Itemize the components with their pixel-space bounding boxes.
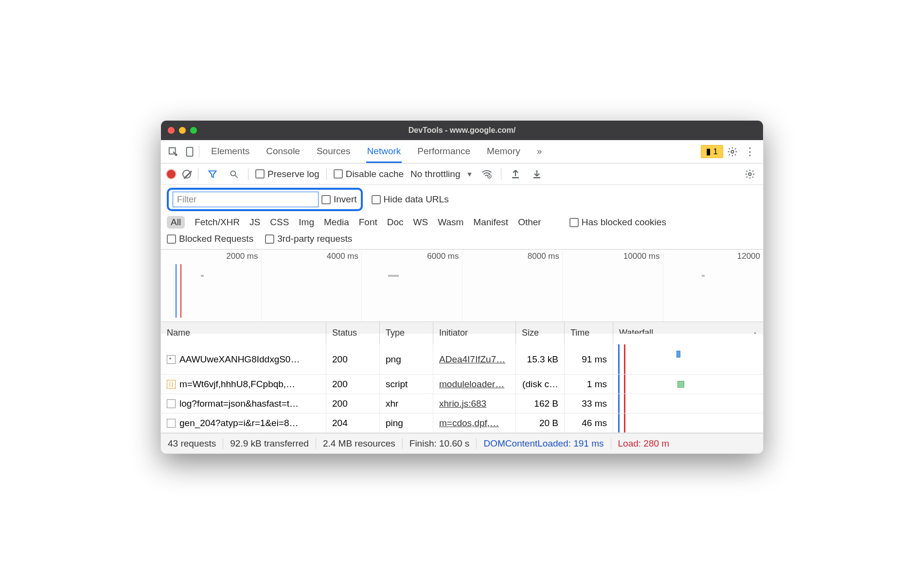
- device-toolbar-icon[interactable]: [182, 144, 197, 159]
- size-cell: 162 B: [516, 394, 565, 413]
- minimize-window-button[interactable]: [179, 127, 186, 134]
- request-mark: [702, 275, 705, 277]
- throttling-select[interactable]: No throttling ▼: [410, 169, 473, 179]
- type-cell: ping: [380, 413, 433, 432]
- overview-timeline[interactable]: 2000 ms 4000 ms 6000 ms 8000 ms 10000 ms…: [161, 249, 763, 322]
- type-manifest[interactable]: Manifest: [473, 217, 508, 228]
- request-name: gen_204?atyp=i&r=1&ei=8…: [179, 418, 299, 429]
- third-party-checkbox[interactable]: 3rd-party requests: [265, 233, 352, 244]
- svg-rect-1: [187, 147, 193, 156]
- type-all[interactable]: All: [167, 216, 185, 229]
- transferred: 92.9 kB transferred: [230, 438, 309, 449]
- checkbox-icon: [372, 195, 381, 204]
- record-button[interactable]: [167, 170, 176, 179]
- load-marker: [180, 264, 181, 318]
- separator: [501, 168, 501, 180]
- extra-filters-row: Blocked Requests 3rd-party requests: [161, 232, 763, 249]
- initiator-link[interactable]: ADea4I7IfZu7…: [439, 354, 505, 365]
- tab-performance[interactable]: Performance: [416, 141, 471, 162]
- separator: [199, 146, 199, 158]
- separator: [476, 438, 477, 449]
- col-type[interactable]: Type: [380, 322, 433, 344]
- tab-memory[interactable]: Memory: [486, 141, 521, 162]
- export-har-icon[interactable]: [530, 167, 544, 181]
- zoom-window-button[interactable]: [190, 127, 197, 134]
- separator: [611, 438, 611, 449]
- col-name[interactable]: Name: [161, 322, 326, 344]
- type-other[interactable]: Other: [518, 217, 541, 228]
- network-conditions-icon[interactable]: [480, 167, 494, 181]
- has-blocked-cookies-label: Has blocked cookies: [582, 217, 666, 228]
- initiator-link[interactable]: m=cdos,dpf,…: [439, 418, 499, 429]
- filter-input[interactable]: [173, 192, 319, 207]
- kebab-menu-icon[interactable]: ⋮: [742, 145, 758, 158]
- col-time[interactable]: Time: [565, 322, 613, 344]
- type-ws[interactable]: WS: [413, 217, 428, 228]
- clear-button[interactable]: [182, 170, 191, 179]
- tab-elements[interactable]: Elements: [210, 141, 250, 162]
- warning-count: 1: [713, 147, 718, 157]
- type-font[interactable]: Font: [359, 217, 377, 228]
- status-cell: 200: [326, 375, 380, 394]
- settings-icon[interactable]: [725, 144, 740, 159]
- type-img[interactable]: Img: [299, 217, 314, 228]
- inspect-element-icon[interactable]: [166, 144, 180, 159]
- disable-cache-label: Disable cache: [346, 169, 404, 179]
- search-icon[interactable]: [227, 167, 241, 181]
- col-size[interactable]: Size: [516, 322, 565, 344]
- type-css[interactable]: CSS: [270, 217, 289, 228]
- timeline-marks: [167, 264, 763, 318]
- tab-console[interactable]: Console: [265, 141, 301, 162]
- preserve-log-checkbox[interactable]: Preserve log: [255, 169, 320, 179]
- request-table-body: AAWUweXANHG8IddxgS0… 200 png ADea4I7IfZu…: [161, 344, 763, 433]
- close-window-button[interactable]: [168, 127, 175, 134]
- request-mark: [388, 275, 399, 277]
- type-js[interactable]: JS: [249, 217, 260, 228]
- table-row[interactable]: AAWUweXANHG8IddxgS0… 200 png ADea4I7IfZu…: [161, 344, 763, 375]
- warnings-badge[interactable]: ▮ 1: [701, 145, 723, 158]
- separator: [248, 168, 249, 180]
- initiator-link[interactable]: xhrio.js:683: [439, 398, 486, 409]
- tab-network[interactable]: Network: [366, 141, 402, 163]
- type-media[interactable]: Media: [324, 217, 349, 228]
- chevron-down-icon: ▼: [466, 170, 473, 178]
- window-title: DevTools - www.google.com/: [161, 126, 763, 135]
- filter-toggle-icon[interactable]: [205, 167, 220, 181]
- devtools-window: DevTools - www.google.com/ Elements Cons…: [160, 120, 764, 454]
- col-status[interactable]: Status: [326, 322, 380, 344]
- table-row[interactable]: gen_204?atyp=i&r=1&ei=8… 204 ping m=cdos…: [161, 413, 763, 433]
- hide-data-urls-checkbox[interactable]: Hide data URLs: [372, 194, 449, 205]
- blocked-requests-checkbox[interactable]: Blocked Requests: [167, 233, 253, 244]
- type-cell: script: [380, 375, 433, 394]
- tab-overflow[interactable]: »: [536, 141, 543, 162]
- load-line: [624, 413, 625, 432]
- filter-row: Invert Hide data URLs: [161, 185, 763, 214]
- type-wasm[interactable]: Wasm: [438, 217, 463, 228]
- network-settings-icon[interactable]: [743, 167, 757, 181]
- invert-checkbox[interactable]: Invert: [321, 194, 357, 205]
- separator: [223, 438, 223, 449]
- type-cell: xhr: [380, 394, 433, 413]
- table-row[interactable]: ⟨⟩m=Wt6vjf,hhhU8,FCpbqb,… 200 script mod…: [161, 375, 763, 394]
- dcl-line: [618, 394, 620, 413]
- separator: [198, 168, 198, 180]
- time-cell: 1 ms: [565, 375, 613, 394]
- has-blocked-cookies-checkbox[interactable]: Has blocked cookies: [569, 217, 666, 228]
- initiator-link[interactable]: moduleloader…: [439, 379, 504, 390]
- warning-icon: ▮: [706, 146, 711, 157]
- svg-rect-8: [533, 177, 540, 179]
- dcl-marker: [176, 264, 177, 318]
- import-har-icon[interactable]: [508, 167, 523, 181]
- col-initiator[interactable]: Initiator: [433, 322, 516, 344]
- waterfall-bar: [676, 351, 680, 358]
- svg-point-2: [731, 150, 734, 153]
- table-row[interactable]: log?format=json&hasfast=t… 200 xhr xhrio…: [161, 394, 763, 413]
- type-fetch-xhr[interactable]: Fetch/XHR: [195, 217, 240, 228]
- checkbox-icon: [167, 234, 176, 244]
- svg-point-6: [489, 176, 490, 177]
- file-type-icon: ⟨⟩: [167, 380, 176, 389]
- type-doc[interactable]: Doc: [387, 217, 404, 228]
- disable-cache-checkbox[interactable]: Disable cache: [334, 169, 404, 179]
- hide-data-urls-label: Hide data URLs: [384, 194, 449, 205]
- tab-sources[interactable]: Sources: [316, 141, 352, 162]
